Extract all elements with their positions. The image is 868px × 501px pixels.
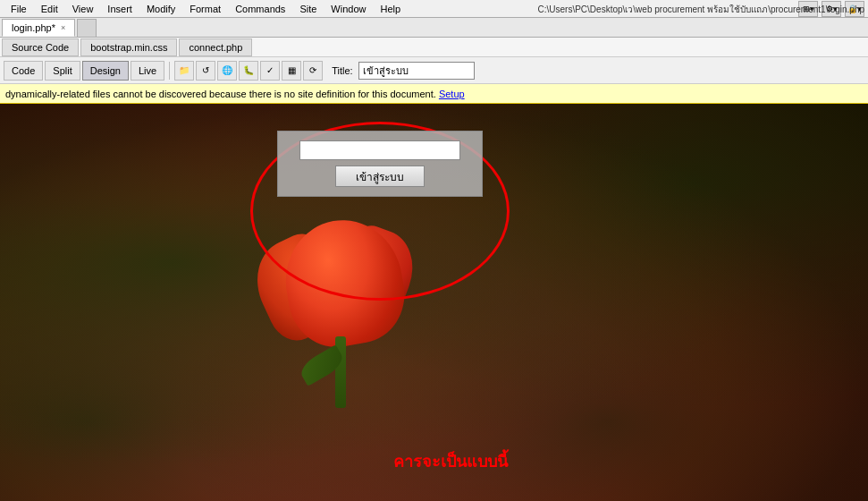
view-split-btn[interactable]: Split bbox=[45, 61, 80, 81]
filetab-bootstrap[interactable]: bootstrap.min.css bbox=[80, 38, 177, 56]
login-button[interactable]: เข้าสู่ระบบ bbox=[335, 166, 425, 187]
warning-text: dynamically-related files cannot be disc… bbox=[5, 89, 436, 99]
tabbar: login.php* × bbox=[0, 18, 868, 38]
debug-icon[interactable]: 🐛 bbox=[239, 61, 258, 81]
filetab-connect-label: connect.php bbox=[189, 42, 242, 53]
menu-view[interactable]: View bbox=[65, 2, 101, 16]
file-tabs: Source Code bootstrap.min.css connect.ph… bbox=[0, 38, 868, 57]
login-form: เข้าสู่ระบบ bbox=[277, 131, 483, 197]
tab-login-php[interactable]: login.php* × bbox=[2, 19, 75, 37]
filetab-connect[interactable]: connect.php bbox=[179, 38, 252, 56]
filetab-source-label: Source Code bbox=[12, 42, 69, 53]
menu-site[interactable]: Site bbox=[292, 2, 324, 16]
title-label: Title: bbox=[332, 65, 352, 76]
validate-icon[interactable]: ▦ bbox=[282, 61, 301, 81]
menu-window[interactable]: Window bbox=[324, 2, 373, 16]
menu-modify[interactable]: Modify bbox=[139, 2, 182, 16]
bottom-caption: คารจะเป็นแบบนี้ bbox=[393, 448, 508, 474]
title-input[interactable] bbox=[358, 62, 475, 80]
rose-bud bbox=[250, 184, 429, 363]
warning-bar: dynamically-related files cannot be disc… bbox=[0, 84, 868, 104]
view-design-btn[interactable]: Design bbox=[82, 61, 129, 81]
menu-file[interactable]: File bbox=[4, 2, 34, 16]
browse-icon[interactable]: 🌐 bbox=[217, 61, 237, 81]
menu-format[interactable]: Format bbox=[182, 2, 228, 16]
menu-edit[interactable]: Edit bbox=[34, 2, 65, 16]
filetab-source-code[interactable]: Source Code bbox=[2, 38, 79, 56]
menu-insert[interactable]: Insert bbox=[100, 2, 139, 16]
view-code-btn[interactable]: Code bbox=[4, 61, 43, 81]
setup-link[interactable]: Setup bbox=[439, 89, 465, 99]
menu-help[interactable]: Help bbox=[373, 2, 408, 16]
username-input[interactable] bbox=[299, 140, 460, 160]
file-path: C:\Users\PC\Desktop\เว\web procurement พ… bbox=[538, 0, 868, 18]
toolbar: Code Split Design Live 📁 ↺ 🌐 🐛 ✓ ▦ ⟳ Tit… bbox=[0, 57, 868, 84]
menubar: File Edit View Insert Modify Format Comm… bbox=[0, 0, 868, 18]
file-manage-icon[interactable]: 📁 bbox=[174, 61, 194, 81]
check-icon[interactable]: ✓ bbox=[260, 61, 280, 81]
tab-close-icon[interactable]: × bbox=[61, 23, 65, 32]
tab-label: login.php* bbox=[12, 22, 55, 33]
toolbar-separator-1 bbox=[169, 62, 170, 80]
menu-commands[interactable]: Commands bbox=[228, 2, 292, 16]
filetab-bootstrap-label: bootstrap.min.css bbox=[90, 42, 167, 53]
view-live-btn[interactable]: Live bbox=[131, 61, 164, 81]
sync-icon[interactable]: ⟳ bbox=[303, 61, 323, 81]
refresh-icon[interactable]: ↺ bbox=[196, 61, 215, 81]
preview-area: เข้าสู่ระบบ คารจะเป็นแบบนี้ bbox=[0, 104, 868, 501]
tab-empty[interactable] bbox=[77, 19, 97, 37]
